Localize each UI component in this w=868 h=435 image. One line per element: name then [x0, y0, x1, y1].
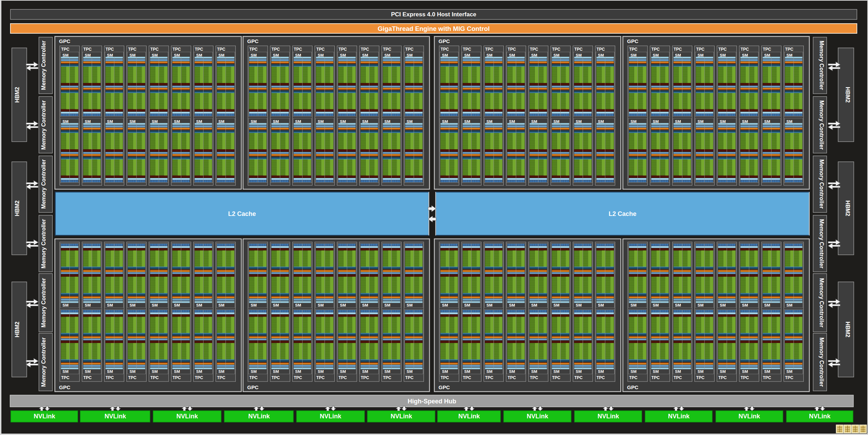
svg-text:SM: SM — [786, 369, 792, 374]
svg-text:TPC: TPC — [651, 375, 660, 380]
svg-text:TPC: TPC — [294, 47, 302, 52]
svg-text:GPC: GPC — [627, 38, 639, 44]
svg-text:NVLink: NVLink — [320, 413, 342, 420]
svg-text:TPC: TPC — [674, 47, 682, 52]
svg-text:SM: SM — [362, 303, 368, 307]
svg-text:SM: SM — [631, 369, 636, 374]
svg-text:TPC: TPC — [552, 47, 560, 52]
svg-text:TPC: TPC — [696, 375, 704, 380]
svg-text:SM: SM — [464, 303, 470, 307]
svg-text:SM: SM — [675, 119, 681, 124]
svg-text:SM: SM — [218, 369, 224, 374]
svg-text:SM: SM — [553, 53, 559, 57]
svg-text:Memory Controller: Memory Controller — [41, 219, 47, 268]
svg-text:TPC: TPC — [741, 375, 749, 380]
svg-text:TPC: TPC — [150, 375, 159, 380]
svg-text:SM: SM — [509, 303, 515, 307]
svg-text:SM: SM — [407, 369, 412, 374]
svg-text:TPC: TPC — [763, 375, 771, 380]
svg-text:SM: SM — [251, 53, 257, 57]
svg-text:NVLink: NVLink — [248, 413, 270, 420]
svg-text:SM: SM — [130, 369, 135, 374]
svg-text:NVLink: NVLink — [527, 413, 549, 420]
svg-text:Memory Controller: Memory Controller — [41, 100, 47, 150]
svg-text:SM: SM — [531, 119, 537, 124]
svg-text:SM: SM — [553, 303, 559, 307]
svg-text:SM: SM — [174, 303, 180, 307]
svg-text:TPC: TPC — [150, 47, 159, 52]
svg-text:TPC: TPC — [718, 47, 727, 52]
svg-text:SM: SM — [442, 53, 448, 57]
svg-text:NVLink: NVLink — [738, 413, 760, 420]
svg-text:Memory Controller: Memory Controller — [41, 41, 47, 90]
svg-text:SM: SM — [786, 119, 792, 124]
svg-text:SM: SM — [340, 369, 346, 374]
svg-text:SM: SM — [720, 369, 726, 374]
svg-text:SM: SM — [764, 119, 770, 124]
svg-text:TPC: TPC — [195, 375, 203, 380]
svg-text:TPC: TPC — [485, 47, 493, 52]
svg-text:SM: SM — [340, 303, 346, 307]
svg-text:GPC: GPC — [247, 384, 259, 390]
svg-text:Memory Controller: Memory Controller — [41, 159, 47, 209]
svg-text:SM: SM — [107, 369, 113, 374]
svg-text:SM: SM — [486, 53, 492, 57]
svg-text:GPC: GPC — [439, 38, 450, 44]
svg-text:SM: SM — [509, 53, 515, 57]
svg-text:SM: SM — [464, 53, 470, 57]
svg-text:SM: SM — [553, 119, 559, 124]
svg-text:TPC: TPC — [61, 47, 69, 52]
svg-text:TPC: TPC — [741, 47, 749, 52]
svg-text:SM: SM — [174, 119, 180, 124]
svg-text:SM: SM — [786, 303, 792, 307]
svg-text:TPC: TPC — [463, 47, 471, 52]
svg-text:SM: SM — [62, 53, 68, 57]
svg-text:SM: SM — [174, 53, 180, 57]
svg-text:HBM2: HBM2 — [14, 321, 20, 337]
svg-text:SM: SM — [384, 369, 390, 374]
svg-text:TPC: TPC — [574, 375, 583, 380]
svg-text:SM: SM — [675, 53, 681, 57]
svg-text:SM: SM — [251, 369, 257, 374]
svg-text:TPC: TPC — [405, 47, 414, 52]
svg-text:TPC: TPC — [217, 375, 225, 380]
svg-text:SM: SM — [698, 119, 703, 124]
svg-text:TPC: TPC — [441, 375, 449, 380]
svg-text:SM: SM — [62, 369, 68, 374]
svg-text:SM: SM — [675, 303, 681, 307]
svg-text:SM: SM — [764, 53, 770, 57]
svg-text:SM: SM — [174, 369, 180, 374]
svg-text:SM: SM — [85, 303, 91, 307]
svg-text:TPC: TPC — [508, 375, 516, 380]
svg-text:SM: SM — [85, 369, 91, 374]
svg-text:SM: SM — [464, 119, 470, 124]
svg-text:SM: SM — [362, 369, 368, 374]
svg-text:TPC: TPC — [552, 375, 560, 380]
svg-text:SM: SM — [598, 369, 604, 374]
svg-text:TPC: TPC — [785, 47, 793, 52]
svg-text:TPC: TPC — [128, 375, 136, 380]
svg-text:SM: SM — [742, 303, 748, 307]
svg-text:TPC: TPC — [106, 47, 114, 52]
svg-text:TPC: TPC — [383, 47, 391, 52]
svg-text:SM: SM — [318, 53, 324, 57]
svg-text:TPC: TPC — [61, 375, 69, 380]
svg-text:SM: SM — [62, 303, 68, 307]
svg-text:SM: SM — [340, 53, 346, 57]
svg-text:L2 Cache: L2 Cache — [228, 210, 256, 217]
svg-text:SM: SM — [273, 119, 279, 124]
svg-text:GPC: GPC — [247, 38, 259, 44]
svg-text:SM: SM — [362, 53, 368, 57]
svg-text:Memory Controller: Memory Controller — [819, 337, 825, 387]
svg-text:SM: SM — [576, 53, 582, 57]
svg-text:TPC: TPC — [674, 375, 682, 380]
svg-text:TPC: TPC — [574, 47, 583, 52]
svg-text:SM: SM — [764, 369, 770, 374]
svg-text:TPC: TPC — [508, 47, 516, 52]
svg-text:SM: SM — [531, 53, 537, 57]
svg-text:HBM2: HBM2 — [14, 200, 20, 216]
svg-text:SM: SM — [384, 303, 390, 307]
svg-text:TPC: TPC — [785, 375, 793, 380]
svg-text:TPC: TPC — [629, 375, 637, 380]
svg-text:TPC: TPC — [629, 47, 637, 52]
